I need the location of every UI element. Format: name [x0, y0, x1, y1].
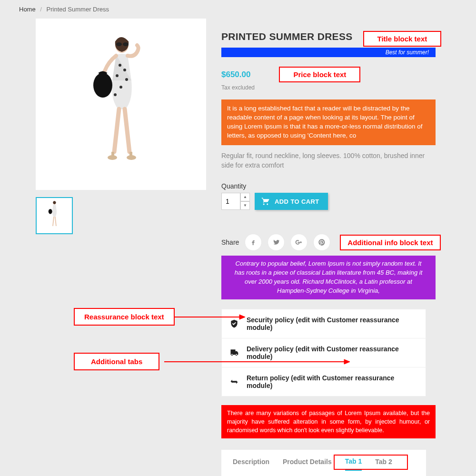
breadcrumb-separator: /	[40, 6, 42, 13]
exchange-icon	[229, 377, 239, 387]
product-price: $650.00	[221, 70, 250, 79]
title-tagline-bar: Best for summer!	[221, 48, 436, 57]
quantity-input[interactable]	[221, 193, 240, 210]
facebook-icon	[249, 238, 257, 246]
product-thumbnail[interactable]	[36, 197, 73, 234]
cart-icon	[261, 197, 270, 206]
reassurance-item-return[interactable]: Return policy (edit with Customer reassu…	[222, 367, 426, 396]
add-to-cart-label: ADD TO CART	[275, 198, 319, 205]
reassurance-return-text: Return policy (edit with Customer reassu…	[247, 374, 418, 389]
add-to-cart-button[interactable]: ADD TO CART	[255, 193, 328, 210]
arrow-icon	[174, 314, 245, 320]
callout-title-block: Title block text	[363, 31, 442, 47]
share-label: Share	[221, 238, 239, 246]
reassurance-delivery-text: Delivery policy (edit with Customer reas…	[247, 345, 418, 360]
callout-price-block: Price block text	[279, 67, 360, 82]
reassurance-security-text: Security policy (edit with Customer reas…	[247, 316, 418, 331]
svg-point-5	[116, 74, 119, 77]
svg-rect-13	[129, 152, 132, 158]
share-pinterest-button[interactable]	[313, 234, 330, 251]
svg-point-8	[114, 93, 117, 96]
quantity-up-button[interactable]: ▲	[240, 193, 250, 201]
svg-rect-12	[111, 152, 114, 158]
svg-point-7	[119, 86, 122, 89]
tax-note: Tax excluded	[221, 84, 464, 91]
product-title: PRINTED SUMMER DRESS	[221, 31, 353, 42]
twitter-icon	[272, 238, 280, 246]
quantity-stepper[interactable]: ▲ ▼	[221, 193, 250, 210]
short-description: Regular fit, round neckline, long sleeve…	[221, 151, 436, 170]
title-tagline: Best for summer!	[386, 49, 429, 56]
svg-point-2	[123, 42, 129, 46]
reassurance-list: Security policy (edit with Customer reas…	[221, 309, 426, 397]
breadcrumb-current: Printed Summer Dress	[47, 6, 109, 13]
share-googleplus-button[interactable]	[290, 234, 307, 251]
quantity-label: Quantity	[221, 182, 464, 190]
svg-marker-19	[344, 359, 350, 364]
svg-point-1	[116, 42, 122, 46]
share-facebook-button[interactable]	[245, 234, 262, 251]
tab-custom-1[interactable]: Tab 1	[345, 457, 362, 471]
truck-icon	[229, 348, 239, 357]
callout-reassurance-block: Reassurance block text	[74, 308, 175, 326]
tab-custom-2[interactable]: Tab 2	[375, 458, 392, 470]
breadcrumb-home[interactable]: Home	[19, 6, 36, 13]
product-photo-illustration	[78, 28, 164, 180]
googleplus-icon	[295, 238, 303, 246]
arrow-icon	[164, 358, 350, 365]
svg-point-4	[123, 69, 126, 71]
svg-point-9	[93, 73, 112, 98]
svg-point-6	[125, 78, 128, 81]
additional-info-block-text: Contrary to popular belief, Lorem Ipsum …	[221, 256, 436, 299]
product-main-image[interactable]	[36, 19, 206, 190]
svg-point-15	[49, 209, 52, 214]
quantity-down-button[interactable]: ▼	[240, 201, 250, 210]
callout-additional-info-block: Additional info block text	[340, 235, 440, 250]
svg-point-3	[119, 64, 121, 67]
pinterest-icon	[318, 238, 326, 246]
tab-product-details[interactable]: Product Details	[283, 458, 332, 470]
reassurance-item-security[interactable]: Security policy (edit with Customer reas…	[222, 309, 426, 338]
breadcrumb: Home / Printed Summer Dress	[12, 0, 464, 19]
tab-description[interactable]: Description	[233, 458, 269, 470]
reassurance-block-text: There are many variations of passages of…	[221, 405, 436, 438]
svg-marker-17	[239, 315, 245, 319]
product-tabs: Description Product Details Tab 1 Tab 2 …	[221, 450, 426, 476]
share-twitter-button[interactable]	[268, 234, 285, 251]
callout-additional-tabs: Additional tabs	[74, 353, 159, 370]
title-block-text: It is a long established fact that a rea…	[221, 99, 436, 145]
